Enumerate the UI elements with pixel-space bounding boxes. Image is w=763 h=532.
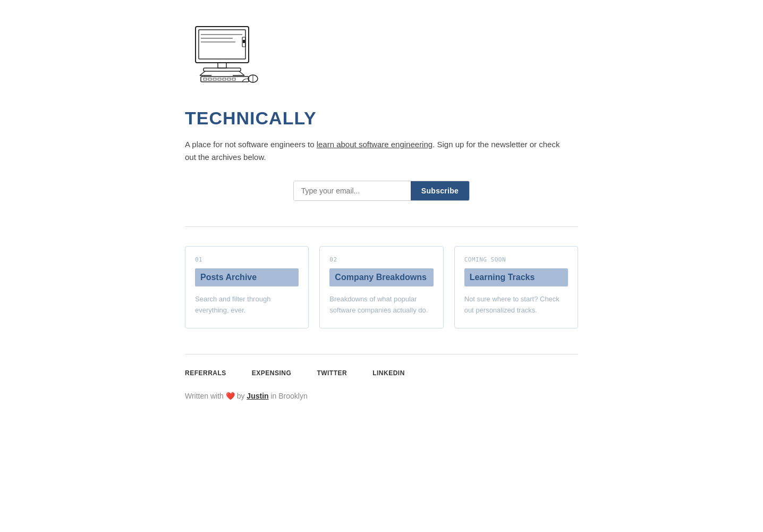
- footer-divider: [185, 354, 578, 354]
- svg-rect-19: [227, 78, 231, 80]
- card-3-description: Not sure where to start? Check out perso…: [464, 294, 568, 316]
- svg-rect-6: [243, 40, 245, 43]
- footer-link-referrals[interactable]: REFERRALS: [185, 369, 226, 377]
- svg-rect-20: [232, 78, 235, 80]
- cards-grid: 01 Posts Archive Search and filter throu…: [185, 246, 578, 328]
- card-1-number: 01: [195, 256, 299, 263]
- credit-text: Written with: [185, 392, 224, 400]
- credit-by: by: [237, 392, 245, 400]
- email-input[interactable]: [294, 181, 411, 200]
- subscribe-row: Subscribe: [185, 181, 578, 201]
- svg-rect-17: [218, 78, 221, 80]
- svg-rect-18: [223, 78, 226, 80]
- tagline-start: A place for not software engineers to: [185, 140, 317, 149]
- subscribe-button[interactable]: Subscribe: [411, 181, 469, 200]
- tagline: A place for not software engineers to le…: [185, 138, 567, 164]
- card-1-description: Search and filter through everything, ev…: [195, 294, 299, 316]
- card-2-number: 02: [329, 256, 433, 263]
- card-3-number: COMING SOON: [464, 256, 568, 263]
- svg-line-9: [200, 71, 205, 75]
- heart-icon: ❤️: [226, 392, 237, 400]
- footer-links: REFERRALS EXPENSING TWITTER LINKEDIN: [185, 369, 578, 377]
- card-3-title-bar: Learning Tracks: [464, 268, 568, 286]
- svg-rect-14: [204, 78, 207, 80]
- svg-rect-0: [196, 27, 249, 63]
- card-1-title-bar: Posts Archive: [195, 268, 299, 286]
- card-3-title: Learning Tracks: [470, 273, 535, 282]
- card-posts-archive[interactable]: 01 Posts Archive Search and filter throu…: [185, 246, 309, 328]
- footer-credit: Written with ❤️ by Justin in Brooklyn: [185, 392, 578, 400]
- logo-area: [185, 21, 578, 87]
- subscribe-form: Subscribe: [293, 181, 470, 201]
- svg-line-11: [239, 71, 244, 75]
- footer-link-twitter[interactable]: TWITTER: [317, 369, 347, 377]
- tagline-link[interactable]: learn about software engineering: [317, 140, 433, 149]
- footer-link-expensing[interactable]: EXPENSING: [252, 369, 292, 377]
- page-wrapper: TECHNICALLY A place for not software eng…: [174, 0, 589, 432]
- logo-computer-icon: [185, 21, 265, 85]
- footer-link-linkedin[interactable]: LINKEDIN: [372, 369, 405, 377]
- svg-rect-13: [201, 77, 249, 82]
- card-1-title: Posts Archive: [200, 273, 257, 282]
- card-2-description: Breakdowns of what popular software comp…: [329, 294, 433, 316]
- svg-rect-7: [218, 63, 226, 68]
- svg-rect-1: [199, 30, 245, 59]
- site-title: TECHNICALLY: [185, 108, 578, 129]
- svg-rect-15: [208, 78, 211, 80]
- card-2-title-bar: Company Breakdowns: [329, 268, 433, 286]
- svg-rect-8: [204, 68, 241, 71]
- credit-location: in Brooklyn: [270, 392, 307, 400]
- card-learning-tracks: COMING SOON Learning Tracks Not sure whe…: [454, 246, 578, 328]
- card-company-breakdowns[interactable]: 02 Company Breakdowns Breakdowns of what…: [319, 246, 443, 328]
- card-2-title: Company Breakdowns: [335, 273, 426, 282]
- author-link[interactable]: Justin: [247, 392, 268, 400]
- top-divider: [185, 226, 578, 227]
- svg-rect-16: [213, 78, 216, 80]
